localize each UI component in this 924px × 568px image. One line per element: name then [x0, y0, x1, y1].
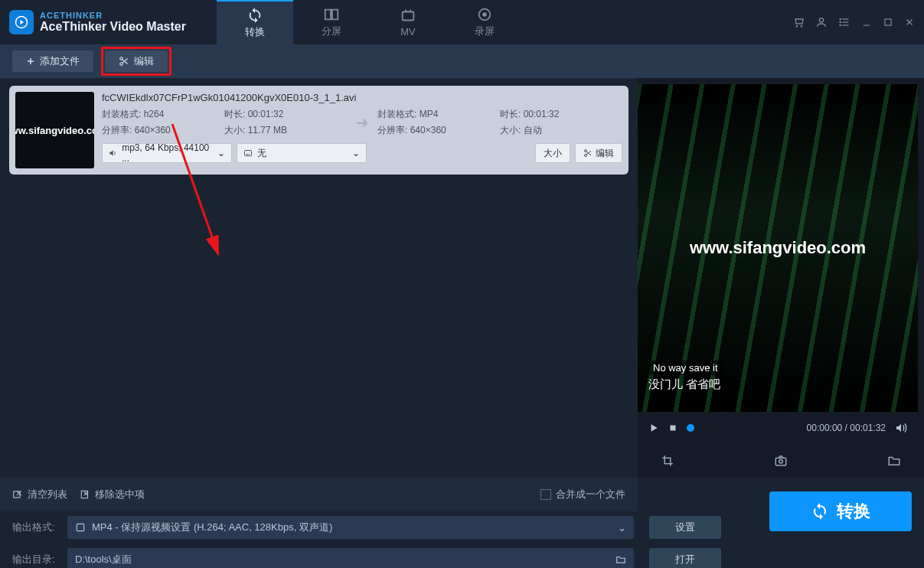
browse-icon: [615, 554, 626, 565]
preview-video[interactable]: www.sifangvideo.com No way save it 没门儿 省…: [638, 84, 918, 412]
tab-split[interactable]: 分屏: [293, 0, 370, 44]
size-button[interactable]: 大小: [535, 143, 570, 163]
menu-icon[interactable]: [838, 16, 851, 28]
tab-mv[interactable]: MV: [370, 0, 446, 44]
subtitle-dropdown[interactable]: 无 ⌄: [237, 143, 367, 163]
preview-watermark: www.sifangvideo.com: [690, 238, 866, 258]
subtitle-en: No way save it: [648, 361, 723, 375]
svg-point-6: [801, 26, 802, 27]
output-dir-label: 输出目录:: [12, 553, 60, 566]
main-tabs: 转换 分屏 MV 录屏: [217, 0, 523, 44]
svg-marker-28: [651, 424, 658, 431]
arrow-right-icon: ➔: [347, 113, 377, 132]
folder-icon[interactable]: [887, 454, 901, 468]
title-bar: ACETHINKER AceThinker Video Master 转换 分屏…: [0, 0, 924, 44]
file-name: fcCWIEkdlx07CFrP1wGk01041200KgvX0E010-3_…: [102, 92, 622, 103]
logo-icon: [9, 10, 34, 34]
list-actions-bar: 清空列表 移除选中项 合并成一个文件: [0, 478, 638, 511]
audio-dropdown[interactable]: mp3, 64 Kbps, 44100 ... ⌄: [102, 143, 232, 163]
file-thumbnail: www.sifangvideo.com: [15, 92, 94, 168]
svg-point-12: [840, 21, 841, 22]
edit-button[interactable]: 编辑: [105, 51, 168, 72]
output-format-dropdown[interactable]: MP4 - 保持源视频设置 (H.264; AAC, 128Kbps, 双声道)…: [67, 516, 634, 539]
svg-rect-32: [14, 491, 20, 498]
chevron-down-icon: ⌄: [217, 148, 225, 158]
subtitle-cn: 没门儿 省省吧: [648, 377, 720, 392]
svg-rect-29: [671, 426, 676, 431]
preview-tools: [638, 444, 924, 478]
player-controls: 00:00:00 / 00:01:32: [638, 412, 918, 444]
tab-record[interactable]: 录屏: [446, 0, 523, 44]
cart-icon[interactable]: [792, 16, 805, 28]
crop-icon[interactable]: [661, 454, 674, 468]
item-edit-button[interactable]: 编辑: [575, 143, 622, 163]
svg-point-7: [819, 18, 823, 22]
svg-point-13: [840, 24, 841, 25]
progress-handle[interactable]: [687, 424, 694, 432]
svg-point-31: [779, 460, 783, 464]
chevron-down-icon: ⌄: [618, 522, 626, 534]
remove-selected-button[interactable]: 移除选中项: [80, 488, 145, 501]
svg-point-11: [840, 18, 841, 19]
add-file-button[interactable]: 添加文件: [12, 51, 93, 72]
file-item[interactable]: www.sifangvideo.com fcCWIEkdlx07CFrP1wGk…: [9, 86, 629, 175]
preview-pane: www.sifangvideo.com No way save it 没门儿 省…: [638, 78, 924, 478]
volume-icon[interactable]: [895, 422, 907, 434]
svg-rect-30: [775, 458, 786, 465]
annotation-highlight: 编辑: [101, 47, 171, 76]
file-list-pane: www.sifangvideo.com fcCWIEkdlx07CFrP1wGk…: [0, 78, 638, 478]
open-button[interactable]: 打开: [649, 548, 721, 568]
clear-list-button[interactable]: 清空列表: [12, 488, 67, 501]
convert-button[interactable]: 转换: [769, 491, 912, 531]
source-meta: 封装格式: h264 分辨率: 640×360: [102, 108, 224, 137]
user-icon[interactable]: [815, 16, 828, 28]
brand-text: ACETHINKER: [40, 11, 186, 20]
svg-point-4: [482, 12, 487, 17]
time-display: 00:00:00 / 00:01:32: [807, 423, 886, 433]
app-logo: ACETHINKER AceThinker Video Master: [9, 10, 186, 34]
checkbox-icon: [540, 489, 551, 500]
maximize-icon[interactable]: [883, 17, 893, 28]
play-icon[interactable]: [648, 423, 659, 433]
target-meta: 封装格式: MP4 分辨率: 640×360: [377, 108, 500, 137]
svg-rect-15: [885, 19, 891, 25]
minimize-icon[interactable]: [861, 17, 872, 28]
svg-marker-1: [21, 20, 24, 24]
output-format-label: 输出格式:: [12, 521, 60, 534]
merge-checkbox[interactable]: 合并成一个文件: [540, 488, 625, 501]
window-actions: [792, 16, 915, 28]
svg-point-5: [796, 26, 797, 27]
app-name: AceThinker Video Master: [40, 20, 186, 34]
close-icon[interactable]: [904, 17, 915, 28]
stop-icon[interactable]: [668, 423, 677, 433]
tab-convert[interactable]: 转换: [217, 0, 293, 44]
output-dir-field[interactable]: D:\tools\桌面: [67, 548, 634, 568]
svg-rect-22: [245, 151, 252, 156]
snapshot-icon[interactable]: [774, 454, 788, 468]
settings-button[interactable]: 设置: [649, 516, 721, 539]
toolbar: 添加文件 编辑: [0, 44, 924, 78]
svg-rect-2: [403, 11, 414, 20]
chevron-down-icon: ⌄: [352, 148, 360, 158]
svg-rect-38: [77, 524, 83, 530]
